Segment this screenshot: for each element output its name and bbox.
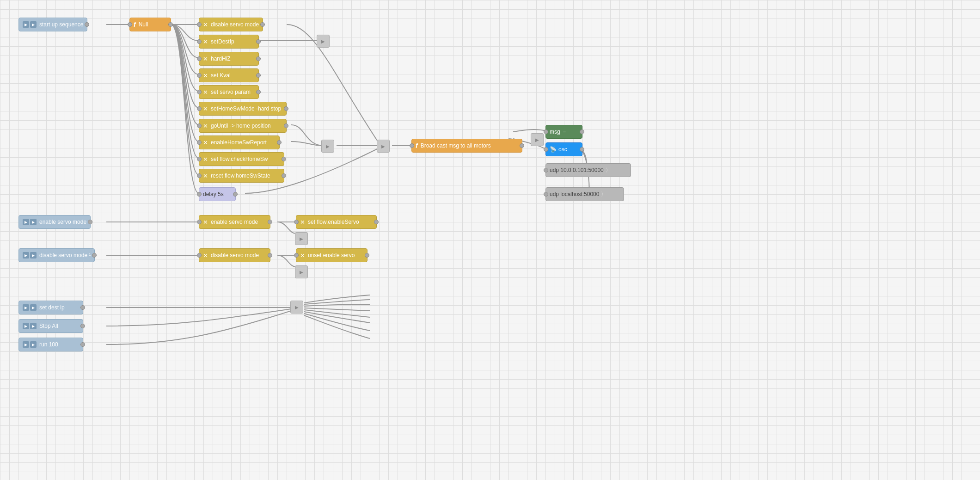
output-port: [88, 220, 92, 224]
udp-label: udp localhost:50000: [550, 191, 599, 197]
inject-square-icon: [23, 21, 29, 28]
change-icon: ✕: [203, 21, 208, 28]
node-label: setDestIp: [211, 38, 234, 45]
change-icon: ✕: [203, 156, 208, 163]
input-port: [544, 192, 548, 197]
function-label: Null: [139, 21, 148, 28]
msg-label: msg: [550, 129, 560, 135]
junction-1: [321, 140, 334, 153]
node-label: disable servo mode: [211, 252, 259, 258]
go-until-node[interactable]: ✕ goUntil -> home position: [199, 119, 287, 133]
output-port: [92, 253, 97, 258]
output-port: [580, 129, 584, 134]
udp-2-node[interactable]: udp localhost:50000 〉: [545, 187, 624, 201]
delay-5s-node[interactable]: delay 5s: [199, 187, 236, 201]
change-icon: ✕: [203, 219, 208, 226]
junction-disable: [295, 265, 308, 278]
node-label: reset flow.homeSwState: [211, 172, 270, 179]
output-port: [580, 147, 584, 152]
input-port: [294, 253, 299, 258]
output-port: [256, 73, 261, 78]
stop-all-inject[interactable]: Stop All: [18, 319, 83, 333]
inject-play-icon: [30, 304, 37, 311]
change-icon: ✕: [203, 172, 208, 179]
output-port: [80, 342, 85, 347]
input-port: [128, 22, 132, 27]
disable-servo-inject[interactable]: disable servo mode ¹: [18, 248, 95, 262]
node-label: goUntil -> home position: [211, 123, 271, 129]
enable-servo-change-node[interactable]: ✕ enable servo mode: [199, 215, 270, 229]
inject-square-icon: [23, 304, 29, 311]
input-port: [197, 220, 202, 224]
change-icon: ✕: [203, 89, 208, 96]
set-dest-ip-inject[interactable]: set dest ip: [18, 301, 83, 314]
output-port: [233, 192, 238, 197]
change-icon: ✕: [203, 123, 208, 129]
junction-bottom: [290, 301, 303, 314]
set-dest-ip-node[interactable]: ✕ setDestIp: [199, 35, 259, 49]
disable-servo-mode-top-node[interactable]: ✕ disable servo mode: [199, 18, 263, 31]
change-icon: ✕: [203, 105, 208, 112]
output-port: [284, 123, 288, 128]
input-port: [197, 253, 202, 258]
input-port: [197, 157, 202, 161]
input-port: [197, 106, 202, 111]
node-label: set flow.checkHomeSw: [211, 156, 268, 162]
inject-arrows: [23, 219, 37, 225]
broadcast-function-node[interactable]: f Broad cast msg to all motors: [411, 139, 522, 153]
udp-1-node[interactable]: udp 10.0.0.101:50000 〉: [545, 163, 631, 177]
change-icon: ✕: [203, 252, 208, 259]
menu-icon: ≡: [563, 129, 566, 135]
set-check-home-sw-node[interactable]: ✕ set flow.checkHomeSw: [199, 152, 284, 166]
output-port: [85, 22, 89, 27]
set-flow-enable-servo-node[interactable]: ✕ set flow.enableServo: [296, 215, 377, 229]
input-port: [197, 39, 202, 44]
inject-arrows: [23, 252, 37, 258]
inject-label: set dest ip: [39, 304, 65, 311]
set-home-sw-mode-node[interactable]: ✕ setHomeSwMode -hard stop: [199, 102, 287, 116]
start-up-sequence-inject[interactable]: start up sequence: [18, 18, 87, 31]
reset-home-sw-state-node[interactable]: ✕ reset flow.homeSwState: [199, 169, 284, 183]
inject-square-icon: [23, 219, 29, 225]
node-label: enableHomeSwReport: [211, 139, 267, 146]
node-label: set Kval: [211, 72, 231, 79]
osc-label: osc: [558, 146, 567, 153]
inject-play-icon: [30, 323, 37, 329]
hard-hiz-node[interactable]: ✕ hardHiZ: [199, 52, 259, 66]
osc-node[interactable]: 📡 osc: [545, 142, 582, 156]
disable-servo-change-node[interactable]: ✕ disable servo mode: [199, 248, 270, 262]
wifi-icon: 📡: [550, 146, 557, 153]
set-servo-param-node[interactable]: ✕ set servo param: [199, 85, 259, 99]
run-100-inject[interactable]: run 100: [18, 338, 83, 351]
change-icon: ✕: [203, 72, 208, 79]
node-label: setHomeSwMode -hard stop: [211, 105, 281, 112]
output-port: [374, 220, 379, 224]
unset-enable-servo-node[interactable]: ✕ unset enable servo: [296, 248, 368, 262]
input-port: [197, 140, 202, 145]
junction-setdestip: [317, 35, 330, 48]
delay-label: delay 5s: [203, 191, 224, 197]
input-port: [197, 22, 202, 27]
inject-arrows: [23, 323, 37, 329]
output-port: [268, 220, 272, 224]
enable-home-sw-report-node[interactable]: ✕ enableHomeSwReport: [199, 135, 280, 149]
output-port: [256, 56, 261, 61]
change-icon: ✕: [300, 252, 305, 259]
input-port: [197, 173, 202, 178]
output-port: [520, 143, 524, 148]
change-icon: ✕: [203, 38, 208, 45]
inject-square-icon: [23, 323, 29, 329]
output-port: [365, 253, 369, 258]
inject-label: start up sequence: [39, 21, 83, 28]
input-port: [197, 73, 202, 78]
node-label: set flow.enableServo: [308, 219, 359, 225]
udp-label: udp 10.0.0.101:50000: [550, 167, 604, 173]
output-port: [80, 324, 85, 328]
msg-node[interactable]: msg ≡: [545, 125, 582, 139]
enable-servo-inject[interactable]: enable servo mode: [18, 215, 91, 229]
null-function-node[interactable]: f Null: [129, 18, 171, 31]
inject-play-icon: [30, 21, 37, 28]
set-kval-node[interactable]: ✕ set Kval: [199, 68, 259, 82]
output-port: [260, 22, 265, 27]
input-port: [410, 143, 414, 148]
